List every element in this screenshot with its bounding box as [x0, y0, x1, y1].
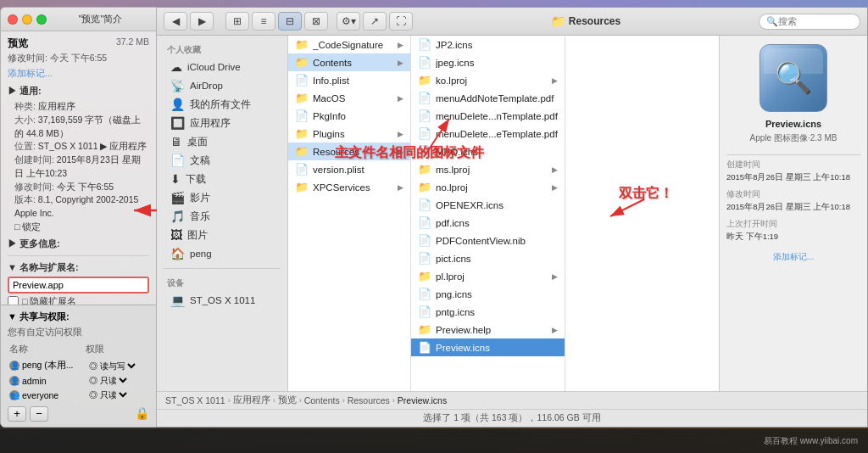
sidebar-item-4[interactable]: 🖥 桌面 [160, 132, 284, 151]
file-item[interactable]: 📄 menuDelete...eTemplate.pdf [411, 125, 565, 143]
action-button[interactable]: ⚙▾ [337, 12, 360, 31]
file-icon: 📄 [418, 109, 431, 122]
sidebar-label-0: iCloud Drive [187, 62, 241, 72]
sidebar-label-5: 文稿 [190, 154, 210, 167]
file-item[interactable]: 📁 ko.lproj▶ [411, 71, 565, 89]
file-icon: 📄 [418, 234, 431, 247]
file-item[interactable]: 📁 Preview.help▶ [411, 321, 565, 338]
minimize-button[interactable] [22, 14, 32, 25]
file-item[interactable]: 📁 XPCServices▶ [288, 178, 410, 196]
perm-select[interactable]: ◎ 只读 [86, 375, 130, 386]
file-item[interactable]: 📄 PkgInfo [288, 107, 410, 125]
breadcrumb-item[interactable]: 预览 [278, 394, 297, 406]
modified-value: 2015年8月26日 星期三 上午10:18 [726, 202, 850, 213]
folder-icon: 📁 [295, 145, 309, 158]
sidebar-item-9[interactable]: 🖼 图片 [160, 226, 284, 244]
file-item[interactable]: 📄 pict.icns [411, 249, 565, 267]
breadcrumb-item[interactable]: 应用程序 [233, 394, 270, 406]
file-item[interactable]: 📁 Plugins▶ [288, 125, 410, 143]
chevron-right-icon: ▶ [398, 94, 403, 103]
file-item[interactable]: 📁 pl.lproj▶ [411, 267, 565, 285]
perm-user-cell: 👥 everyone [9, 389, 84, 401]
breadcrumb-separator: › [273, 396, 275, 405]
more-info-section[interactable]: ▶ 更多信息: [8, 238, 149, 250]
file-item[interactable]: 📁 MacOS▶ [288, 89, 410, 107]
add-user-button[interactable]: + [8, 406, 26, 422]
forward-button[interactable]: ▶ [190, 12, 214, 31]
file-icon: 📄 [418, 216, 431, 229]
file-name: Plugins [313, 129, 393, 139]
file-item[interactable]: 📄 Info.plist [288, 71, 410, 89]
file-item[interactable]: 📁 ms.lproj▶ [411, 160, 565, 178]
file-item[interactable]: 📄 jpeg.icns [411, 53, 565, 71]
view-list-button[interactable]: ≡ [252, 12, 275, 31]
info-panel-title: "预览"简介 [52, 13, 149, 25]
sidebar-item-10[interactable]: 🏠 peng [160, 244, 284, 263]
breadcrumb-item: Preview.icns [398, 395, 447, 405]
file-item[interactable]: 📁 Resources▶ [288, 143, 410, 160]
sidebar-item-5[interactable]: 📄 文稿 [160, 151, 284, 170]
share-button[interactable]: ↗ [363, 12, 387, 31]
perm-select[interactable]: ◎ 只读 [86, 389, 130, 400]
sidebar-item-2[interactable]: 👤 我的所有文件 [160, 95, 284, 114]
file-name: _CodeSignature [313, 40, 393, 50]
file-item[interactable]: 📄 PDFContentView.nib [411, 232, 565, 249]
file-item[interactable]: 📄 OPENEXR.icns [411, 196, 565, 214]
sidebar-item-6[interactable]: ⬇ 下载 [160, 170, 284, 188]
file-item[interactable]: 📁 _CodeSignature▶ [288, 36, 410, 53]
view-coverflow-button[interactable]: ⊠ [304, 12, 328, 31]
perm-value-cell[interactable]: ◎ 只读 [86, 389, 147, 401]
sidebar-item-7[interactable]: 🎬 影片 [160, 188, 284, 207]
name-input[interactable] [9, 278, 147, 292]
name-ext-toggle[interactable]: ▼ 名称与扩展名: [8, 261, 149, 274]
breadcrumb-item[interactable]: ST_OS X 1011 [165, 395, 225, 405]
file-item[interactable]: 📁 Contents▶ [288, 53, 410, 71]
maximize-button[interactable] [36, 14, 47, 25]
general-section[interactable]: ▶ 通用: [8, 85, 149, 98]
search-box[interactable]: 🔍 [759, 14, 860, 30]
add-tag-link[interactable]: 添加标记... [8, 68, 149, 80]
perm-row-1: 👤 admin ◎ 只读 [9, 374, 147, 387]
breadcrumb-item[interactable]: Resources [348, 395, 390, 405]
remove-user-button[interactable]: − [30, 406, 48, 422]
file-item[interactable]: 📄 menuDelete...nTemplate.pdf [411, 107, 565, 125]
file-name: ko.lproj [436, 76, 548, 86]
locked-checkbox[interactable]: □ 锁定 [14, 221, 149, 234]
file-name: MacOS [313, 93, 393, 103]
perm-value-cell[interactable]: ◎ 读与写 [86, 359, 147, 372]
close-button[interactable] [8, 14, 18, 25]
file-name: MPO.icns [436, 147, 558, 157]
preview-add-tag[interactable]: 添加标记... [773, 251, 814, 263]
search-input[interactable] [778, 16, 853, 26]
sidebar-item-3[interactable]: 🔲 应用程序 [160, 114, 284, 132]
perm-row-0: 👤 peng (本用... ◎ 读与写 [9, 359, 147, 372]
folder-icon: 📁 [295, 92, 309, 104]
perm-value-cell[interactable]: ◎ 只读 [86, 374, 147, 387]
sidebar-device-0[interactable]: 💻 ST_OS X 1011 [160, 291, 284, 310]
file-column-1: 📁 _CodeSignature▶📁 Contents▶📄 Info.plist… [288, 36, 411, 391]
file-item[interactable]: 📄 Preview.icns [411, 338, 565, 356]
file-item[interactable]: 📄 pdf.icns [411, 214, 565, 232]
sidebar-item-0[interactable]: ☁ iCloud Drive [160, 58, 284, 76]
hide-ext-checkbox[interactable] [8, 296, 19, 305]
perm-select[interactable]: ◎ 读与写 [86, 361, 138, 372]
file-item[interactable]: 📄 MPO.icns [411, 143, 565, 160]
breadcrumb-item[interactable]: Contents [304, 395, 340, 405]
sidebar-item-8[interactable]: 🎵 音乐 [160, 207, 284, 226]
file-item[interactable]: 📄 png.icns [411, 285, 565, 303]
lock-icon[interactable]: 🔒 [135, 406, 149, 422]
file-item[interactable]: 📁 no.lproj▶ [411, 178, 565, 196]
file-item[interactable]: 📄 pntg.icns [411, 303, 565, 321]
back-button[interactable]: ◀ [164, 12, 187, 31]
folder-icon: 📁 [295, 127, 309, 140]
preview-pane: 🔍 Preview.icns Apple 图标图像·2.3 MB 创建时间 20… [719, 36, 867, 391]
user-icon: 👤 [9, 361, 19, 371]
file-item[interactable]: 📄 menuAddNoteTemplate.pdf [411, 89, 565, 107]
file-item[interactable]: 📄 JP2.icns [411, 36, 565, 53]
sidebar-item-1[interactable]: 📡 AirDrop [160, 76, 284, 95]
view-icon-button[interactable]: ⊞ [225, 12, 249, 31]
file-item[interactable]: 📄 version.plist [288, 160, 410, 178]
view-column-button[interactable]: ⊟ [278, 12, 302, 31]
sidebar-icon-2: 👤 [170, 98, 185, 111]
arrange-button[interactable]: ⛶ [389, 12, 413, 31]
